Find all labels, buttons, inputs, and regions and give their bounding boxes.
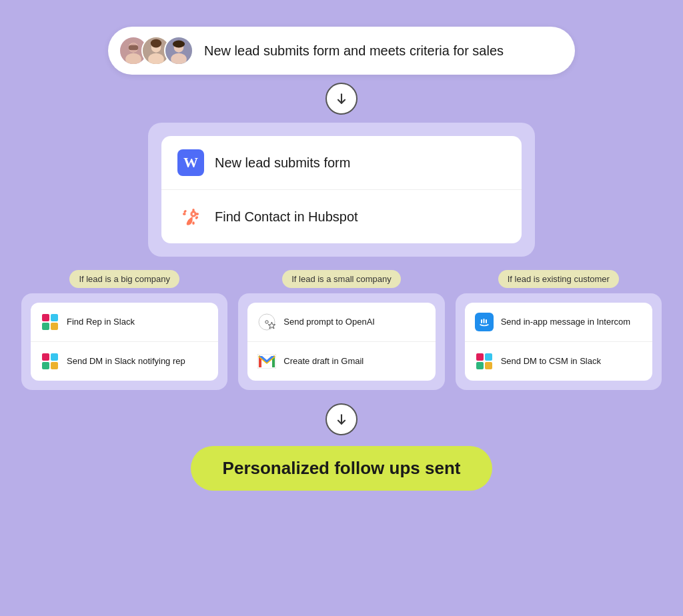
gmail-icon [257, 351, 277, 371]
svg-rect-17 [192, 221, 194, 225]
branch-big-row-1: Find Rep in Slack [31, 303, 218, 341]
svg-rect-30 [481, 319, 482, 323]
workflow-row-2: Find Contact in Hubspot [161, 189, 522, 243]
svg-rect-18 [183, 213, 186, 215]
trigger-pill: New lead submits form and meets criteria… [108, 27, 575, 75]
avatar [164, 36, 193, 65]
branch-big-row-2: Send DM in Slack notifying rep [31, 341, 218, 381]
branches-section: If lead is a big company Find Rep in Sla… [15, 270, 668, 390]
slack-icon-1 [40, 312, 60, 332]
branch-small-card: Send prompt to OpenAI [247, 303, 435, 381]
workflow-card: W New lead submits form [161, 136, 522, 243]
workflow-container: W New lead submits form [148, 123, 535, 257]
branch-existing-customer: If lead is existing customer [456, 270, 662, 390]
branch-existing-label: If lead is existing customer [498, 270, 619, 288]
step1-label: New lead submits form [215, 155, 350, 171]
branch-big-item-1: Find Rep in Slack [67, 317, 135, 328]
svg-point-12 [173, 41, 185, 48]
svg-rect-4 [129, 45, 139, 50]
svg-rect-31 [483, 319, 484, 323]
branch-existing-row-2: Send DM to CSM in Slack [465, 341, 652, 381]
openai-icon [257, 312, 277, 332]
result-pill: Personalized follow ups sent [191, 446, 493, 491]
branch-big-company: If lead is a big company Find Rep in Sla… [21, 270, 227, 390]
branch-big-card: Find Rep in Slack Send DM in Slack notif… [31, 303, 218, 381]
branch-small-company: If lead is a small company [238, 270, 444, 390]
branch-small-label: If lead is a small company [282, 270, 401, 288]
branch-big-item-2: Send DM in Slack notifying rep [67, 356, 185, 367]
svg-point-8 [151, 39, 161, 48]
arrow-down-1 [325, 83, 358, 115]
branch-existing-item-2: Send DM to CSM in Slack [501, 356, 601, 367]
branch-existing-row-1: Send in-app message in Intercom [465, 303, 652, 341]
workflow-row-1: W New lead submits form [161, 136, 522, 189]
slack-icon-3 [474, 351, 494, 371]
webflow-icon: W [177, 149, 204, 176]
svg-point-2 [125, 53, 141, 65]
slack-icon-2 [40, 351, 60, 371]
intercom-icon [474, 312, 494, 332]
hubspot-icon [177, 203, 204, 230]
branch-big-container: Find Rep in Slack Send DM in Slack notif… [21, 293, 227, 390]
svg-point-11 [171, 53, 187, 65]
branch-existing-card: Send in-app message in Intercom Send DM … [465, 303, 652, 381]
branch-small-item-2: Create draft in Gmail [283, 356, 364, 367]
step2-label: Find Contact in Hubspot [215, 209, 358, 225]
arrow-down-2 [325, 403, 358, 435]
trigger-text: New lead submits form and meets criteria… [204, 43, 504, 59]
svg-point-7 [148, 53, 164, 65]
svg-point-15 [192, 213, 194, 215]
branch-small-item-1: Send prompt to OpenAI [283, 317, 375, 328]
branch-small-row-1: Send prompt to OpenAI [247, 303, 435, 341]
avatars [119, 36, 193, 65]
branch-big-label: If lead is a big company [69, 270, 179, 288]
branch-existing-container: Send in-app message in Intercom Send DM … [456, 293, 662, 390]
branch-existing-item-1: Send in-app message in Intercom [501, 317, 630, 328]
svg-rect-32 [486, 319, 487, 323]
branch-small-row-2: Create draft in Gmail [247, 341, 435, 381]
branch-small-container: Send prompt to OpenAI [238, 293, 444, 390]
svg-rect-20 [183, 209, 187, 213]
